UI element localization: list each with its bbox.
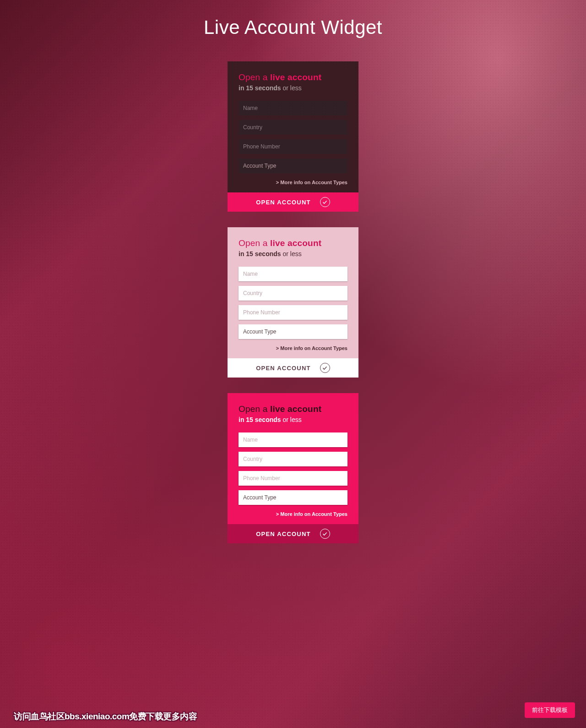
card-subtitle: in 15 seconds or less bbox=[239, 84, 347, 92]
name-input[interactable] bbox=[239, 267, 347, 281]
cta-label: OPEN ACCOUNT bbox=[256, 199, 310, 206]
account-widget-pink: Open a live account in 15 seconds or les… bbox=[228, 393, 358, 543]
sub-strong: in 15 seconds bbox=[239, 84, 282, 92]
phone-input[interactable] bbox=[239, 305, 347, 320]
open-account-button[interactable]: OPEN ACCOUNT bbox=[228, 192, 358, 212]
title-strong: live account bbox=[270, 404, 321, 414]
more-info-row: > More info on Account Types bbox=[239, 509, 347, 518]
title-prefix: Open a bbox=[239, 238, 270, 248]
sub-muted: or less bbox=[282, 416, 301, 423]
sub-muted: or less bbox=[282, 250, 301, 257]
card-title: Open a live account bbox=[239, 404, 347, 414]
check-circle-icon bbox=[320, 197, 330, 207]
account-type-select[interactable]: Account Type bbox=[239, 324, 347, 339]
name-input[interactable] bbox=[239, 101, 347, 115]
title-prefix: Open a bbox=[239, 404, 270, 414]
card-subtitle: in 15 seconds or less bbox=[239, 250, 347, 257]
phone-input[interactable] bbox=[239, 471, 347, 486]
card-stage: Open a live account in 15 seconds or les… bbox=[0, 61, 586, 543]
card-title: Open a live account bbox=[239, 72, 347, 82]
check-circle-icon bbox=[320, 363, 330, 373]
title-prefix: Open a bbox=[239, 72, 270, 82]
country-input[interactable] bbox=[239, 120, 347, 135]
more-info-row: > More info on Account Types bbox=[239, 178, 347, 186]
page-title: Live Account Widget bbox=[0, 0, 586, 61]
account-type-select[interactable]: Account Type bbox=[239, 490, 347, 505]
more-info-link[interactable]: > More info on Account Types bbox=[276, 180, 347, 185]
check-circle-icon bbox=[320, 529, 330, 539]
card-body: Open a live account in 15 seconds or les… bbox=[228, 227, 358, 358]
card-title: Open a live account bbox=[239, 238, 347, 248]
open-account-button[interactable]: OPEN ACCOUNT bbox=[228, 358, 358, 378]
more-info-link[interactable]: > More info on Account Types bbox=[276, 511, 347, 517]
card-body: Open a live account in 15 seconds or les… bbox=[228, 393, 358, 524]
cta-label: OPEN ACCOUNT bbox=[256, 531, 310, 537]
name-input[interactable] bbox=[239, 432, 347, 447]
country-input[interactable] bbox=[239, 286, 347, 301]
account-widget-dark: Open a live account in 15 seconds or les… bbox=[228, 61, 358, 212]
sub-strong: in 15 seconds bbox=[239, 250, 282, 257]
card-body: Open a live account in 15 seconds or les… bbox=[228, 61, 358, 192]
title-strong: live account bbox=[270, 238, 321, 248]
phone-input[interactable] bbox=[239, 139, 347, 154]
card-subtitle: in 15 seconds or less bbox=[239, 416, 347, 423]
more-info-row: > More info on Account Types bbox=[239, 344, 347, 352]
account-widget-light: Open a live account in 15 seconds or les… bbox=[228, 227, 358, 378]
download-template-button[interactable]: 前往下载模板 bbox=[525, 702, 575, 718]
account-type-select[interactable]: Account Type bbox=[239, 159, 347, 173]
open-account-button[interactable]: OPEN ACCOUNT bbox=[228, 524, 358, 543]
title-strong: live account bbox=[270, 72, 321, 82]
sub-muted: or less bbox=[282, 84, 301, 92]
watermark-text: 访问血鸟社区bbs.xieniao.com免费下载更多内容 bbox=[14, 711, 197, 723]
more-info-link[interactable]: > More info on Account Types bbox=[276, 345, 347, 351]
cta-label: OPEN ACCOUNT bbox=[256, 365, 310, 372]
country-input[interactable] bbox=[239, 452, 347, 466]
sub-strong: in 15 seconds bbox=[239, 416, 282, 423]
